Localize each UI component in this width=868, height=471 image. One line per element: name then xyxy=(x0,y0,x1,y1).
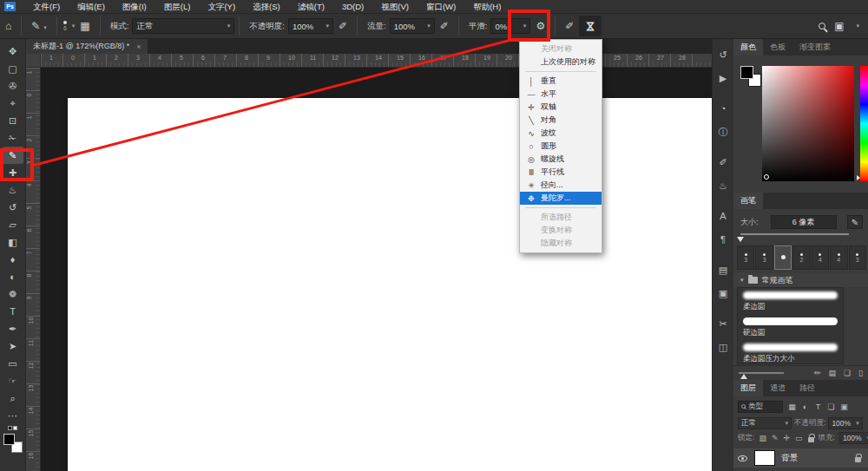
hand-tool[interactable]: ☞ xyxy=(3,372,23,389)
pressure-opacity-icon[interactable]: ✐ xyxy=(333,20,352,32)
lock-move-icon[interactable]: ✛ xyxy=(783,434,790,442)
character-icon[interactable]: A xyxy=(714,207,732,225)
gradient-tool[interactable]: ◧ xyxy=(3,233,23,251)
menu-item-水平[interactable]: ―水平 xyxy=(520,88,602,101)
info-icon[interactable]: ⓘ xyxy=(714,123,732,141)
mode-select[interactable]: 正常▾ xyxy=(132,18,234,34)
flow-select[interactable]: 100%▾ xyxy=(390,18,435,34)
layer-visibility-eye-icon[interactable] xyxy=(738,455,747,461)
color-picker-ring[interactable] xyxy=(764,174,769,180)
chevron-down-icon[interactable]: ▾ xyxy=(856,23,859,29)
brush-tool-preset-icon[interactable]: ✎▾ xyxy=(26,20,52,32)
swap-colors-icon[interactable] xyxy=(8,426,17,430)
zoom-tool[interactable]: ⌕ xyxy=(3,389,23,407)
adjustments-icon[interactable]: ◔ xyxy=(714,100,732,117)
left-ruler[interactable]: 1012345678910111213141516 xyxy=(26,68,41,471)
top-ruler[interactable]: 1012345678910111213141516171819202122232… xyxy=(41,54,712,68)
panel-color-swatches[interactable] xyxy=(740,66,761,87)
eraser-tool[interactable]: ▱ xyxy=(3,216,23,233)
menu-item-帮助(H)[interactable]: 帮助(H) xyxy=(464,0,510,13)
clone-source-icon[interactable]: ♨ xyxy=(714,177,732,194)
brush-size-field[interactable]: 6 像素 xyxy=(771,215,837,229)
menu-item-编辑(E)[interactable]: 编辑(E) xyxy=(69,0,114,13)
brush-angle-thumb[interactable] xyxy=(740,374,747,379)
menu-item-窗口(W)[interactable]: 窗口(W) xyxy=(418,0,464,13)
move-tool[interactable]: ✥ xyxy=(3,43,23,60)
home-icon[interactable]: ⌂ xyxy=(0,20,16,32)
brush-tool[interactable]: ✎ xyxy=(3,147,23,164)
paragraph-icon[interactable]: ¶ xyxy=(714,231,732,248)
color-swatches[interactable] xyxy=(3,434,23,453)
recent-brush-cell[interactable]: 3 xyxy=(737,245,754,270)
adjustment-filter-icon[interactable]: ◐ xyxy=(799,402,811,411)
menu-item-文字(Y)[interactable]: 文字(Y) xyxy=(199,0,244,13)
smart-object-filter-icon[interactable]: ▣ xyxy=(838,402,850,411)
path-selection-tool[interactable]: ➤ xyxy=(3,337,23,355)
chevron-down-icon[interactable]: ▾ xyxy=(740,277,744,284)
type-tool[interactable]: T xyxy=(3,303,23,320)
menu-item-文件(F)[interactable]: 文件(F) xyxy=(24,0,69,13)
blend-mode-select[interactable]: 正常▾ xyxy=(738,417,792,429)
layer-row-background[interactable]: 背景 xyxy=(733,448,868,468)
object-selection-tool[interactable]: ⌖ xyxy=(3,95,23,112)
document-tab[interactable]: 未标题-1 @ 172%(RGB/8) * × xyxy=(26,39,148,54)
new-brush-icon[interactable]: ❏ xyxy=(844,369,851,377)
snapshot-icon[interactable]: ◫ xyxy=(714,338,732,356)
menu-item-上次使用的对称[interactable]: 上次使用的对称 xyxy=(520,56,602,69)
menu-item-平行线[interactable]: Ⅲ平行线 xyxy=(520,166,602,179)
brush-settings-icon[interactable]: ✐ xyxy=(714,154,732,171)
menu-item-径向[interactable]: ✳径向... xyxy=(520,179,602,192)
recent-brush-cell[interactable]: 4 xyxy=(830,245,847,270)
recent-brush-cell[interactable]: 4 xyxy=(812,245,829,270)
recent-brush-cell[interactable]: 2 xyxy=(792,245,810,270)
tab-渐变图案[interactable]: 渐变图案 xyxy=(792,39,838,56)
blur-tool[interactable]: ♦ xyxy=(3,251,23,268)
gear-icon[interactable]: ⚙ xyxy=(530,20,550,32)
tab-图层[interactable]: 图层 xyxy=(733,380,763,396)
edit-toolbar[interactable]: ⋯ xyxy=(3,407,23,424)
history-brush-tool[interactable]: ↺ xyxy=(3,199,23,216)
menu-item-圆形[interactable]: ○圆形 xyxy=(520,140,602,153)
lock-transparent-icon[interactable]: ▨ xyxy=(759,434,766,442)
lock-paint-icon[interactable]: ✎ xyxy=(772,434,779,442)
brush-preset-item[interactable]: 硬边圆 xyxy=(743,317,838,338)
tab-颜色[interactable]: 颜色 xyxy=(733,39,763,56)
tool-presets-icon[interactable]: ✂ xyxy=(714,315,732,332)
layer-opacity-field[interactable]: 100%▾ xyxy=(828,417,862,429)
pixel-filter-icon[interactable]: ▦ xyxy=(786,402,798,411)
brush-preset-list[interactable]: 柔边圆硬边圆柔边圆压力大小 xyxy=(737,287,844,364)
recent-brush-cell[interactable]: 3 xyxy=(755,245,773,270)
menu-item-视图(V)[interactable]: 视图(V) xyxy=(372,0,418,13)
recent-brush-cell[interactable]: 3 xyxy=(849,245,866,270)
foreground-color-swatch[interactable] xyxy=(3,434,15,445)
layer-thumbnail[interactable] xyxy=(754,450,775,466)
menu-item-3D(D)[interactable]: 3D(D) xyxy=(333,0,372,13)
notes-icon[interactable]: ▣ xyxy=(714,285,732,302)
brush-preset-item[interactable]: 柔边圆 xyxy=(743,291,838,312)
shape-filter-icon[interactable]: ❏ xyxy=(825,402,837,411)
lock-artboard-icon[interactable]: ▭ xyxy=(795,434,803,442)
layer-search-field[interactable]: 类型 xyxy=(738,401,783,413)
history-icon[interactable]: ↺ xyxy=(714,46,732,63)
tab-brushes[interactable]: 画笔 xyxy=(733,193,763,209)
brush-group-row[interactable]: ▾ 常规画笔 xyxy=(733,273,868,287)
saturation-brightness-field[interactable] xyxy=(762,66,854,181)
menu-item-螺旋线[interactable]: ◎螺旋线 xyxy=(520,153,602,166)
brush-size-slider-thumb[interactable] xyxy=(737,237,744,242)
dodge-tool[interactable]: ◐ xyxy=(3,268,23,285)
actions-icon[interactable]: ▶ xyxy=(714,69,732,87)
new-group-icon[interactable]: ▤ xyxy=(828,369,836,377)
menu-item-图层(L)[interactable]: 图层(L) xyxy=(155,0,200,13)
canvas-page[interactable] xyxy=(68,98,712,471)
recent-brush-cell[interactable] xyxy=(774,245,792,270)
menu-item-波纹[interactable]: ∿波纹 xyxy=(520,127,602,140)
menu-item-对角[interactable]: ╲对角 xyxy=(520,114,602,127)
menu-item-曼陀罗[interactable]: ❉曼陀罗... xyxy=(520,192,602,205)
delete-brush-icon[interactable]: ▯ xyxy=(858,369,863,377)
menu-item-选择(S)[interactable]: 选择(S) xyxy=(244,0,289,13)
clone-stamp-tool[interactable]: ♨ xyxy=(3,181,23,199)
search-icon[interactable] xyxy=(819,23,825,29)
spot-healing-tool[interactable]: ✚ xyxy=(3,164,23,181)
crop-tool[interactable]: ⊡ xyxy=(3,112,23,129)
ruler-corner[interactable] xyxy=(26,54,41,68)
